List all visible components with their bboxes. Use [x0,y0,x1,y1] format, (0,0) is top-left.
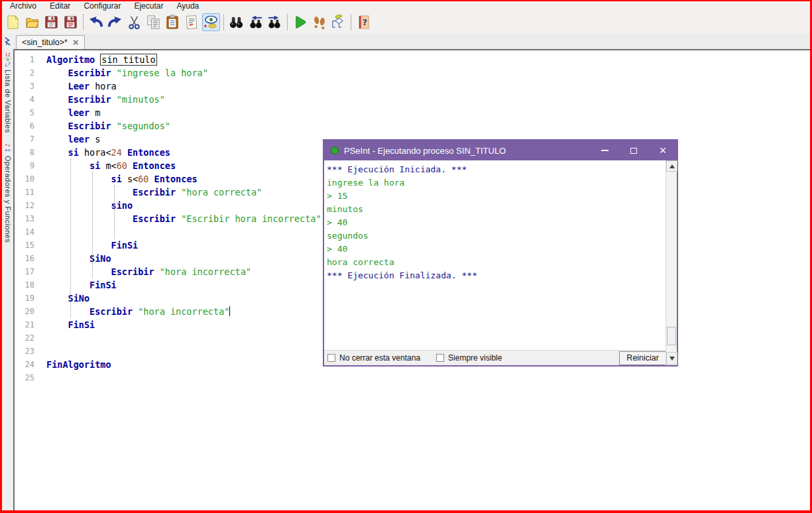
code-text: si s<60 Entonces [46,172,198,186]
line-number: 22 [15,331,34,345]
code-line[interactable]: 5 leer m [15,106,810,119]
flowchart-icon [331,15,346,30]
find-button[interactable] [227,13,245,31]
code-text: SiNo [46,292,89,305]
find-next-button[interactable] [266,13,284,31]
code-line[interactable]: 6 Escribir "segundos" [15,119,810,133]
minimize-button[interactable] [595,141,614,160]
svg-text:?: ? [363,17,367,27]
step-run-button[interactable] [310,13,328,31]
rail-tab-operators[interactable]: Operadores y Funciones [4,156,12,243]
flowchart-button[interactable] [329,13,347,31]
save-file-button[interactable] [42,13,60,31]
scroll-down-button[interactable] [666,352,677,365]
inspect-execution-icon [203,15,219,30]
find-next-icon [267,15,282,30]
undo-button[interactable] [87,13,105,31]
code-line[interactable]: 3 Leer hora [15,80,810,93]
step-run-icon [312,15,327,30]
tab-sin-titulo[interactable]: <sin_titulo>* × [16,35,85,49]
new-file-button[interactable] [4,13,22,31]
paste-button[interactable] [164,13,182,31]
copy-button[interactable] [145,13,162,31]
line-number: 15 [15,239,34,252]
line-number: 25 [15,371,34,384]
code-line[interactable]: 1Algoritmo sin_titulo [15,53,810,66]
line-number: 9 [15,159,34,172]
console-io-line: segundos [327,229,663,243]
console-output[interactable]: *** Ejecución Iniciada. ***ingrese la ho… [324,160,666,350]
line-number: 12 [15,199,34,212]
code-text: Escribir "minutos" [46,93,165,106]
restart-button[interactable]: Reiniciar [619,351,666,365]
checkbox-label: Siempre visible [448,353,502,363]
find-previous-button[interactable] [247,13,264,31]
console-title-bar[interactable]: PSeInt - Ejecutando proceso SIN_TITULO × [324,141,677,160]
tab-bar: <sin_titulo>* × [2,33,810,49]
code-line[interactable]: 2 Escribir "ingrese la hora" [15,66,810,80]
line-number: 4 [15,93,34,106]
run-button[interactable] [291,13,309,31]
cut-icon [127,15,142,30]
tab-close-icon[interactable]: × [73,38,79,47]
paste-icon [165,15,180,30]
line-number: 19 [15,292,34,305]
toolbar: ? [2,11,810,33]
code-line[interactable]: 25 [15,371,810,384]
line-number: 14 [15,225,34,239]
toolbar-separator [83,14,84,30]
cut-button[interactable] [125,13,143,31]
open-file-button[interactable] [23,13,41,31]
check-syntax-button[interactable] [183,13,201,31]
code-text: Escribir "hora correcta" [46,186,262,199]
variables-icon: 12'A'¿? [3,53,12,67]
code-text: FinSi [46,278,117,292]
console-io-line: > 15 [327,190,663,203]
check-syntax-icon [184,15,200,30]
menu-ayuda[interactable]: Ayuda [170,1,205,11]
console-scrollbar[interactable] [666,160,677,365]
console-bottom-bar: No cerrar esta ventanaSiempre visible Re… [324,350,666,365]
new-file-icon [5,15,21,30]
side-rail: 12'A'¿?Lista de Variables*+=<Operadores … [2,49,15,510]
app-status-icon [331,146,339,154]
maximize-button[interactable] [624,141,644,160]
line-number: 23 [15,345,34,358]
console-io-line: hora correcta [327,256,663,269]
keep-open-checkbox[interactable] [327,354,335,362]
console-title: PSeInt - Ejecutando proceso SIN_TITULO [344,146,585,156]
toolbar-separator [351,14,351,30]
code-text: Leer hora [46,80,117,93]
save-as-button[interactable] [62,13,80,31]
redo-button[interactable] [106,13,124,31]
code-text: si m<60 Entonces [46,159,176,172]
undo-icon [88,15,103,30]
copy-icon [146,15,161,30]
menu-editar[interactable]: Editar [43,1,77,11]
line-number: 17 [15,265,34,278]
inspect-execution-button[interactable] [202,13,220,31]
always-visible-checkbox[interactable] [436,354,444,362]
scrollbar-thumb[interactable] [667,327,676,345]
line-number: 20 [15,305,34,318]
code-text: Escribir "ingrese la hora" [46,66,208,80]
line-number: 21 [15,318,34,331]
rail-tab-variables[interactable]: Lista de Variables [4,70,12,133]
console-io-line: > 40 [327,216,663,229]
close-button[interactable]: × [653,141,673,160]
minimize-icon [601,150,609,151]
find-previous-icon [248,15,263,30]
line-number: 2 [15,66,34,80]
toolbar-separator [223,14,224,30]
close-icon: × [660,144,667,156]
menu-configurar[interactable]: Configurar [77,1,127,11]
line-number: 18 [15,278,34,292]
scroll-down-icon [669,357,675,361]
console-window: PSeInt - Ejecutando proceso SIN_TITULO ×… [323,139,678,367]
help-button[interactable]: ? [355,13,373,31]
scroll-up-button[interactable] [666,160,677,172]
code-line[interactable]: 4 Escribir "minutos" [15,93,810,106]
menu-ejecutar[interactable]: Ejecutar [127,1,170,11]
menu-archivo[interactable]: Archivo [3,1,43,11]
line-number: 3 [15,80,34,93]
